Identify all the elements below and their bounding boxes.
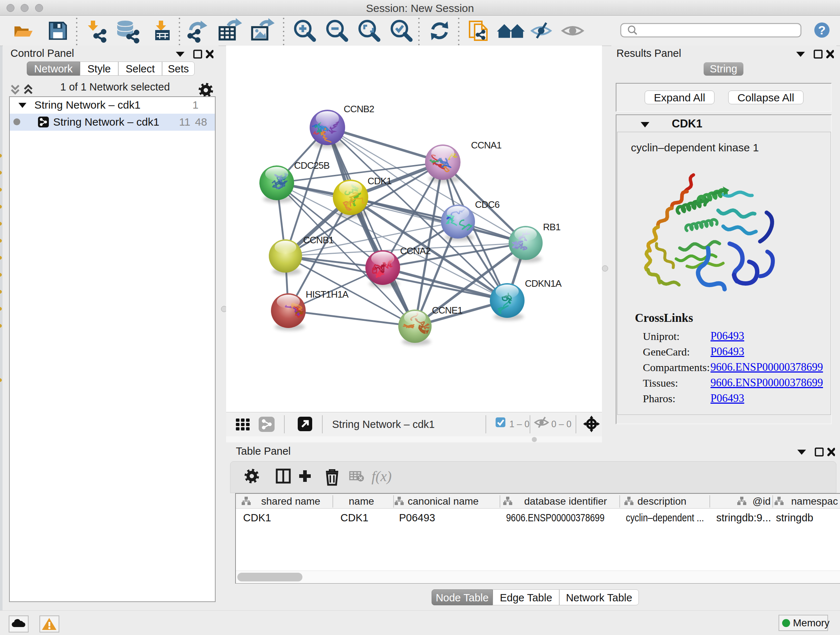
svg-text:CDK1: CDK1 (368, 176, 392, 187)
svg-text:RB1: RB1 (543, 222, 561, 233)
svg-text:description: description (638, 496, 686, 507)
svg-text:CDK1: CDK1 (340, 512, 368, 524)
svg-text:cyclin–dependent ...: cyclin–dependent ... (626, 512, 704, 524)
svg-text:namespac: namespac (791, 496, 838, 507)
svg-text:database identifier: database identifier (524, 496, 607, 507)
svg-text:9606.ENSP00000378699: 9606.ENSP00000378699 (506, 512, 605, 524)
svg-text:CCNB1: CCNB1 (303, 234, 333, 245)
svg-text:canonical name: canonical name (408, 496, 478, 507)
svg-text:CCNB2: CCNB2 (344, 103, 374, 114)
svg-text:CDKN1A: CDKN1A (525, 278, 562, 289)
svg-text:?: ? (818, 23, 826, 37)
svg-text:CCNA1: CCNA1 (471, 140, 501, 150)
svg-text:shared name: shared name (261, 496, 320, 507)
svg-text:String Network – cdk1: String Network – cdk1 (332, 418, 435, 430)
svg-text:@id: @id (752, 496, 771, 507)
svg-text:P06493: P06493 (399, 512, 435, 524)
svg-text:stringdb: stringdb (776, 512, 813, 524)
svg-text:CCNA2: CCNA2 (400, 245, 431, 256)
svg-text:CDC6: CDC6 (475, 199, 500, 210)
svg-text:CCNE1: CCNE1 (432, 305, 462, 316)
svg-text:name: name (349, 496, 374, 507)
svg-text:f(x): f(x) (371, 468, 392, 485)
svg-text:0 – 0: 0 – 0 (551, 419, 572, 429)
svg-text:stringdb:9...: stringdb:9... (716, 512, 771, 524)
svg-text:1 – 0: 1 – 0 (509, 419, 530, 429)
svg-text:CDK1: CDK1 (243, 512, 271, 524)
svg-text:CDC25B: CDC25B (294, 160, 330, 171)
svg-text:HIST1H1A: HIST1H1A (306, 289, 349, 300)
